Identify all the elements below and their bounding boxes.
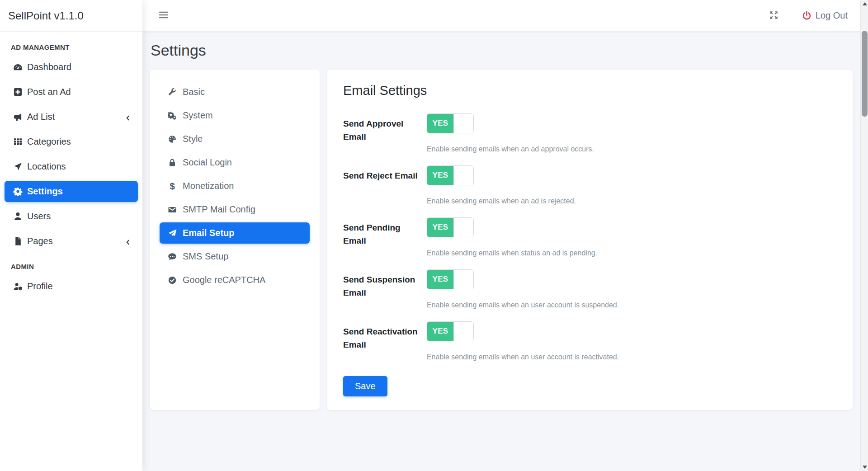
settings-nav-label: Google reCAPTCHA bbox=[183, 275, 265, 285]
user-icon bbox=[12, 212, 23, 221]
toggle-state-label: YES bbox=[427, 322, 453, 341]
settings-nav-label: SMS Setup bbox=[183, 251, 228, 262]
toggle-knob bbox=[453, 322, 473, 341]
settings-nav-card: Basic System Style bbox=[150, 70, 320, 410]
sidebar-item-locations[interactable]: Locations bbox=[5, 156, 138, 177]
check-circle-icon bbox=[167, 275, 178, 285]
topbar-actions: Log Out bbox=[769, 10, 848, 21]
toggle-send-suspension-email[interactable]: YES bbox=[427, 269, 474, 289]
setting-help: Enable sending emails when status an ad … bbox=[427, 249, 836, 257]
sidebar-item-label: Pages bbox=[27, 236, 53, 246]
sidebar-section-heading-admin: ADMIN bbox=[5, 255, 138, 276]
plus-square-icon bbox=[12, 87, 23, 97]
triangle-down-icon bbox=[863, 466, 867, 469]
triangle-up-icon bbox=[863, 2, 867, 5]
comment-dots-icon bbox=[167, 252, 178, 262]
settings-nav-label: SMTP Mail Config bbox=[183, 204, 255, 215]
sidebar-item-label: Ad List bbox=[27, 112, 55, 122]
scrollbar[interactable] bbox=[860, 0, 868, 471]
lock-icon bbox=[167, 158, 178, 168]
settings-nav-label: System bbox=[183, 110, 213, 121]
dollar-icon: $ bbox=[167, 181, 178, 191]
settings-nav-item-monetization[interactable]: $ Monetization bbox=[160, 175, 310, 197]
sidebar-item-post-an-ad[interactable]: Post an Ad bbox=[5, 81, 138, 103]
setting-help: Enable sending emails when an ad is reje… bbox=[427, 197, 836, 205]
toggle-send-pending-email[interactable]: YES bbox=[427, 217, 474, 237]
brand-title: SellPoint v1.1.0 bbox=[8, 9, 84, 22]
setting-help: Enable sending emails when an ad approva… bbox=[427, 145, 836, 153]
expand-arrows-icon bbox=[769, 10, 778, 21]
logout-label: Log Out bbox=[816, 10, 848, 21]
panel-title: Email Settings bbox=[343, 83, 836, 98]
sidebar-item-label: Dashboard bbox=[27, 62, 71, 72]
toggle-knob bbox=[453, 114, 473, 133]
hamburger-icon bbox=[159, 10, 169, 21]
setting-row-send-approvel-email: Send Approvel Email YES Enable sending e… bbox=[343, 113, 836, 153]
toggle-state-label: YES bbox=[427, 166, 453, 185]
file-icon bbox=[12, 236, 23, 246]
setting-label: Send Reject Email bbox=[343, 165, 424, 205]
chevron-left-icon bbox=[124, 113, 132, 121]
setting-label: Send Pending Email bbox=[343, 217, 424, 257]
sidebar-item-users[interactable]: Users bbox=[5, 206, 138, 227]
sidebar-item-settings[interactable]: Settings bbox=[5, 181, 138, 202]
sidebar-item-label: Categories bbox=[27, 137, 71, 147]
settings-nav-label: Basic bbox=[183, 87, 205, 97]
fullscreen-button[interactable] bbox=[769, 10, 778, 21]
palette-icon bbox=[167, 134, 178, 144]
save-button[interactable]: Save bbox=[343, 376, 387, 396]
gear-icon bbox=[12, 187, 23, 197]
tachometer-icon bbox=[12, 62, 23, 72]
setting-label: Send Approvel Email bbox=[343, 113, 424, 153]
settings-nav-item-email-setup[interactable]: Email Setup bbox=[160, 222, 310, 244]
logout-button[interactable]: Log Out bbox=[802, 10, 848, 21]
scroll-down-arrow[interactable] bbox=[861, 463, 868, 471]
setting-help: Enable sending emails when an user accou… bbox=[427, 301, 836, 309]
setting-label: Send Suspension Email bbox=[343, 269, 424, 309]
settings-nav-item-basic[interactable]: Basic bbox=[160, 81, 310, 103]
app-window: SellPoint v1.1.0 AD MANAGEMNT Dashboard … bbox=[0, 0, 868, 471]
settings-nav-label: Email Setup bbox=[183, 228, 234, 238]
settings-nav-label: Social Login bbox=[183, 157, 232, 168]
setting-help: Enable sending emails when an user accou… bbox=[427, 353, 836, 361]
location-arrow-icon bbox=[12, 162, 23, 172]
user-shield-icon bbox=[12, 282, 23, 292]
sidebar-nav: AD MANAGEMNT Dashboard Post an Ad Ad Lis… bbox=[0, 32, 142, 297]
settings-nav-item-social-login[interactable]: Social Login bbox=[160, 152, 310, 173]
settings-nav-item-system[interactable]: System bbox=[160, 105, 310, 126]
settings-nav-item-sms-setup[interactable]: SMS Setup bbox=[160, 246, 310, 267]
sidebar-item-pages[interactable]: Pages bbox=[5, 231, 138, 252]
menu-toggle-button[interactable] bbox=[159, 10, 169, 21]
setting-row-send-reject-email: Send Reject Email YES Enable sending ema… bbox=[343, 165, 836, 205]
envelope-icon bbox=[167, 205, 178, 215]
scroll-thumb[interactable] bbox=[862, 31, 868, 117]
sidebar-item-label: Users bbox=[27, 211, 51, 221]
settings-nav-item-style[interactable]: Style bbox=[160, 128, 310, 150]
toggle-knob bbox=[453, 218, 473, 237]
sidebar-item-dashboard[interactable]: Dashboard bbox=[5, 57, 138, 78]
toggle-send-reactivation-email[interactable]: YES bbox=[427, 321, 474, 341]
scroll-up-arrow[interactable] bbox=[861, 0, 868, 8]
topbar: Log Out bbox=[142, 0, 860, 32]
sidebar-item-ad-list[interactable]: Ad List bbox=[5, 106, 138, 127]
settings-nav-label: Monetization bbox=[183, 181, 234, 191]
settings-nav-item-smtp-mail-config[interactable]: SMTP Mail Config bbox=[160, 199, 310, 220]
setting-row-send-suspension-email: Send Suspension Email YES Enable sending… bbox=[343, 269, 836, 309]
brand[interactable]: SellPoint v1.1.0 bbox=[0, 0, 142, 32]
sidebar-section-heading-ad-management: AD MANAGEMNT bbox=[5, 36, 138, 57]
wrench-icon bbox=[167, 87, 178, 97]
toggle-state-label: YES bbox=[427, 270, 453, 289]
toggle-send-approvel-email[interactable]: YES bbox=[427, 113, 474, 133]
sidebar: SellPoint v1.1.0 AD MANAGEMNT Dashboard … bbox=[0, 0, 142, 471]
toggle-send-reject-email[interactable]: YES bbox=[427, 165, 474, 185]
setting-row-send-reactivation-email: Send Reactivation Email YES Enable sendi… bbox=[343, 321, 836, 361]
sidebar-item-categories[interactable]: Categories bbox=[5, 131, 138, 152]
sidebar-item-label: Profile bbox=[27, 281, 53, 292]
paper-plane-icon bbox=[167, 228, 178, 238]
sidebar-item-label: Locations bbox=[27, 161, 66, 172]
bullhorn-icon bbox=[12, 112, 23, 122]
settings-nav-item-google-recaptcha[interactable]: Google reCAPTCHA bbox=[160, 269, 310, 291]
sidebar-item-label: Post an Ad bbox=[27, 87, 71, 97]
setting-row-send-pending-email: Send Pending Email YES Enable sending em… bbox=[343, 217, 836, 257]
sidebar-item-profile[interactable]: Profile bbox=[5, 276, 138, 297]
